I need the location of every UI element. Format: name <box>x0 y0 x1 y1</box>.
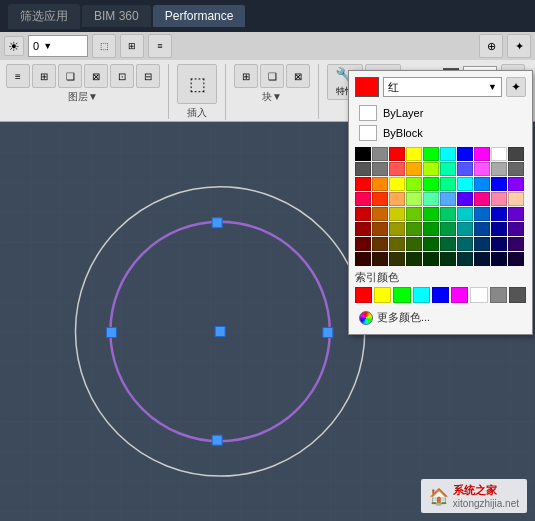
palette-color-cell[interactable] <box>389 222 405 236</box>
palette-color-cell[interactable] <box>406 192 422 206</box>
layer-combo[interactable]: 0 ▼ <box>28 35 88 57</box>
palette-color-cell[interactable] <box>372 162 388 176</box>
palette-color-cell[interactable] <box>457 147 473 161</box>
ribbon-icon-3[interactable]: ≡ <box>148 34 172 58</box>
index-color-cell[interactable] <box>470 287 487 303</box>
palette-color-cell[interactable] <box>423 207 439 221</box>
block-icon-3[interactable]: ⊠ <box>286 64 310 88</box>
index-color-cell[interactable] <box>509 287 526 303</box>
palette-color-cell[interactable] <box>508 192 524 206</box>
palette-color-cell[interactable] <box>355 177 371 191</box>
palette-color-cell[interactable] <box>372 222 388 236</box>
tab-filterapp[interactable]: 筛选应用 <box>8 4 80 29</box>
block-icon-1[interactable]: ⊞ <box>234 64 258 88</box>
palette-color-cell[interactable] <box>372 252 388 266</box>
ribbon-icon-r1[interactable]: ⊕ <box>479 34 503 58</box>
palette-color-cell[interactable] <box>355 252 371 266</box>
color-selected-swatch[interactable] <box>355 77 379 97</box>
palette-color-cell[interactable] <box>491 147 507 161</box>
palette-color-cell[interactable] <box>355 147 371 161</box>
palette-color-cell[interactable] <box>474 177 490 191</box>
palette-color-cell[interactable] <box>423 237 439 251</box>
tab-performance[interactable]: Performance <box>153 5 246 27</box>
palette-color-cell[interactable] <box>508 177 524 191</box>
palette-color-cell[interactable] <box>355 222 371 236</box>
palette-color-cell[interactable] <box>372 177 388 191</box>
palette-color-cell[interactable] <box>508 147 524 161</box>
color-dropper-icon[interactable]: ✦ <box>506 77 526 97</box>
palette-color-cell[interactable] <box>389 147 405 161</box>
palette-color-cell[interactable] <box>355 207 371 221</box>
palette-color-cell[interactable] <box>355 237 371 251</box>
ribbon-icon-2[interactable]: ⊞ <box>120 34 144 58</box>
palette-color-cell[interactable] <box>474 237 490 251</box>
palette-color-cell[interactable] <box>406 162 422 176</box>
insert-icon[interactable]: ⬚ <box>177 64 217 104</box>
palette-color-cell[interactable] <box>491 177 507 191</box>
index-color-cell[interactable] <box>451 287 468 303</box>
palette-color-cell[interactable] <box>440 162 456 176</box>
palette-color-cell[interactable] <box>491 237 507 251</box>
palette-color-cell[interactable] <box>491 252 507 266</box>
palette-color-cell[interactable] <box>389 207 405 221</box>
palette-color-cell[interactable] <box>457 162 473 176</box>
palette-color-cell[interactable] <box>406 147 422 161</box>
tab-bim360[interactable]: BIM 360 <box>82 5 151 27</box>
palette-color-cell[interactable] <box>508 237 524 251</box>
palette-color-cell[interactable] <box>474 222 490 236</box>
layer-icon-1[interactable]: ≡ <box>6 64 30 88</box>
palette-color-cell[interactable] <box>457 177 473 191</box>
palette-color-cell[interactable] <box>389 192 405 206</box>
palette-color-cell[interactable] <box>423 147 439 161</box>
palette-color-cell[interactable] <box>372 207 388 221</box>
palette-color-cell[interactable] <box>372 147 388 161</box>
layer-icon-5[interactable]: ⊡ <box>110 64 134 88</box>
palette-color-cell[interactable] <box>491 162 507 176</box>
palette-color-cell[interactable] <box>406 222 422 236</box>
palette-color-cell[interactable] <box>491 192 507 206</box>
block-icon-2[interactable]: ❑ <box>260 64 284 88</box>
palette-color-cell[interactable] <box>457 207 473 221</box>
palette-color-cell[interactable] <box>355 162 371 176</box>
palette-color-cell[interactable] <box>389 162 405 176</box>
palette-color-cell[interactable] <box>491 222 507 236</box>
palette-color-cell[interactable] <box>440 177 456 191</box>
palette-color-cell[interactable] <box>474 207 490 221</box>
index-color-cell[interactable] <box>374 287 391 303</box>
color-name-input[interactable]: 红 ▼ <box>383 77 502 97</box>
palette-color-cell[interactable] <box>474 252 490 266</box>
palette-color-cell[interactable] <box>457 222 473 236</box>
palette-color-cell[interactable] <box>440 222 456 236</box>
layer-icon-4[interactable]: ⊠ <box>84 64 108 88</box>
palette-color-cell[interactable] <box>440 147 456 161</box>
palette-color-cell[interactable] <box>423 252 439 266</box>
palette-color-cell[interactable] <box>508 162 524 176</box>
palette-color-cell[interactable] <box>389 237 405 251</box>
index-color-cell[interactable] <box>432 287 449 303</box>
layer-icon-6[interactable]: ⊟ <box>136 64 160 88</box>
palette-color-cell[interactable] <box>440 192 456 206</box>
index-color-cell[interactable] <box>413 287 430 303</box>
palette-color-cell[interactable] <box>457 237 473 251</box>
palette-color-cell[interactable] <box>406 237 422 251</box>
palette-color-cell[interactable] <box>423 177 439 191</box>
palette-color-cell[interactable] <box>423 192 439 206</box>
palette-color-cell[interactable] <box>457 252 473 266</box>
palette-color-cell[interactable] <box>491 207 507 221</box>
palette-color-cell[interactable] <box>508 222 524 236</box>
layer-icon-3[interactable]: ❑ <box>58 64 82 88</box>
palette-color-cell[interactable] <box>406 252 422 266</box>
palette-color-cell[interactable] <box>372 192 388 206</box>
index-color-cell[interactable] <box>393 287 410 303</box>
palette-color-cell[interactable] <box>389 177 405 191</box>
palette-color-cell[interactable] <box>355 192 371 206</box>
palette-color-cell[interactable] <box>457 192 473 206</box>
palette-color-cell[interactable] <box>389 252 405 266</box>
palette-color-cell[interactable] <box>423 222 439 236</box>
layer-icon-2[interactable]: ⊞ <box>32 64 56 88</box>
palette-color-cell[interactable] <box>423 162 439 176</box>
ribbon-icon-1[interactable]: ⬚ <box>92 34 116 58</box>
palette-color-cell[interactable] <box>406 177 422 191</box>
index-color-cell[interactable] <box>355 287 372 303</box>
palette-color-cell[interactable] <box>508 252 524 266</box>
